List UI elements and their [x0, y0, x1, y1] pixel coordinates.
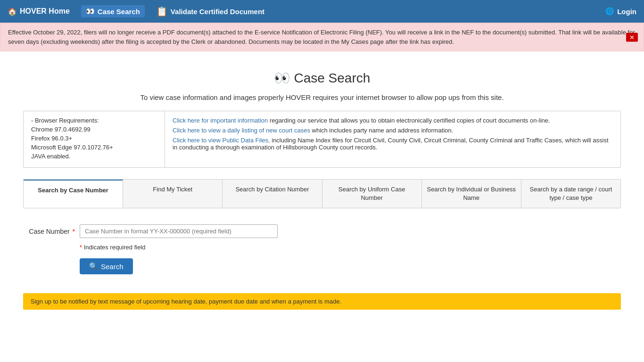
info-link-1-paragraph: Click here for important information reg…: [173, 117, 613, 124]
alert-close-button[interactable]: ✕: [626, 33, 638, 41]
browser-edge: Microsoft Edge 97.0.1072.76+: [31, 144, 157, 151]
login-link[interactable]: 🌐 Login: [605, 7, 636, 16]
browser-req-title: - Browser Requirements:: [31, 117, 157, 124]
info-link-1-suffix: regarding our service that allows you to…: [268, 117, 550, 124]
eyes-icon: 👀: [86, 7, 95, 16]
notification-message: Sign up to be notified by text message o…: [31, 298, 341, 305]
case-number-label: Case Number *: [23, 228, 75, 235]
case-number-input[interactable]: [80, 224, 278, 238]
doc-icon: 📋: [156, 6, 168, 17]
page-subtitle: To view case information and images prop…: [23, 93, 621, 101]
public-data-link[interactable]: Click here to view Public Data Files,: [173, 137, 270, 144]
notification-bar: Sign up to be notified by text message o…: [23, 293, 621, 310]
home-icon: 🏠: [8, 7, 17, 16]
info-link-2-paragraph: Click here to view a daily listing of ne…: [173, 127, 613, 134]
info-link-3-paragraph: Click here to view Public Data Files, in…: [173, 137, 613, 151]
search-button[interactable]: 🔍 Search: [80, 258, 133, 274]
browser-chrome: Chrome 97.0.4692.99: [31, 126, 157, 133]
login-label: Login: [617, 8, 636, 16]
page-title: 👀 Case Search: [23, 70, 621, 86]
search-button-label: Search: [101, 263, 124, 271]
info-box: - Browser Requirements: Chrome 97.0.4692…: [23, 111, 621, 168]
case-search-nav-label: Case Search: [98, 8, 140, 16]
info-links: Click here for important information reg…: [165, 111, 620, 167]
validate-link[interactable]: 📋 Validate Certified Document: [156, 6, 264, 17]
tab-case-number[interactable]: Search by Case Number: [24, 180, 123, 208]
search-icon: 🔍: [89, 262, 98, 271]
tab-uniform-case-number[interactable]: Search by Uniform Case Number: [322, 180, 422, 208]
tab-citation-number[interactable]: Search by Citation Number: [223, 180, 322, 208]
info-link-2-suffix: which includes party name and address in…: [310, 127, 454, 134]
browser-firefox: Firefox 96.0.3+: [31, 135, 157, 142]
home-link[interactable]: 🏠 HOVER Home: [8, 7, 70, 16]
tab-find-ticket[interactable]: Find My Ticket: [123, 180, 223, 208]
required-note: * Indicates required field: [80, 244, 621, 251]
case-search-link[interactable]: 👀 Case Search: [81, 5, 145, 17]
login-icon: 🌐: [605, 7, 614, 16]
navbar: 🏠 HOVER Home 👀 Case Search 📋 Validate Ce…: [0, 0, 644, 23]
browser-java: JAVA enabled.: [31, 153, 157, 160]
important-info-link[interactable]: Click here for important information: [173, 117, 268, 124]
main-content: 👀 Case Search To view case information a…: [16, 51, 628, 319]
validate-label: Validate Certified Document: [171, 8, 264, 16]
case-number-form: Case Number * * Indicates required field…: [23, 220, 621, 288]
search-tabs: Search by Case Number Find My Ticket Sea…: [23, 179, 621, 208]
browser-requirements: - Browser Requirements: Chrome 97.0.4692…: [24, 111, 165, 167]
alert-banner: Effective October 29, 2022, filers will …: [0, 23, 644, 51]
tab-date-range[interactable]: Search by a date range / court type / ca…: [521, 180, 620, 208]
case-number-row: Case Number *: [23, 224, 621, 238]
alert-message: Effective October 29, 2022, filers will …: [8, 29, 635, 45]
tab-individual-business[interactable]: Search by Individual or Business Name: [422, 180, 521, 208]
home-label: HOVER Home: [20, 7, 70, 16]
daily-listing-link[interactable]: Click here to view a daily listing of ne…: [173, 127, 310, 134]
